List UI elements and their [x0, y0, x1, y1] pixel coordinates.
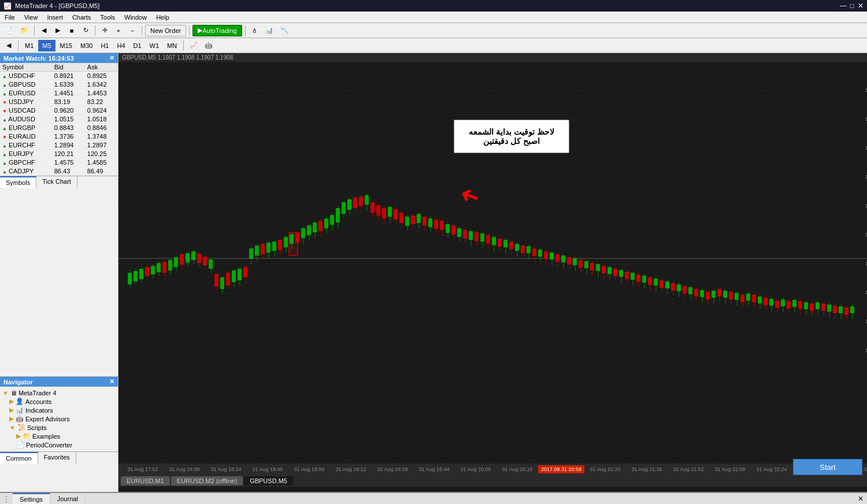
svg-rect-189 [596, 264, 600, 271]
bar-btn[interactable]: 📉 [277, 25, 291, 36]
minimize-btn[interactable]: — [840, 2, 847, 10]
chart-title: GBPUSD,M5 1.1907 1.1908 1.1907 1.1908 [122, 54, 233, 61]
chart-tab-eurusd-m1[interactable]: EURUSD,M1 [121, 476, 170, 486]
chart-tab-eurusd-m2[interactable]: EURUSD,M2 (offline) [171, 476, 243, 486]
auto-trading-btn[interactable]: ▶ AutoTrading [192, 25, 242, 36]
tree-metatrader4[interactable]: ▼ 🖥 MetaTrader 4 [0, 389, 118, 397]
zoom-in-btn[interactable]: + [112, 25, 125, 36]
tab-symbols[interactable]: Symbols [0, 176, 36, 188]
toolbar-main: 📄 📁 ◀ ▶ ■ ↻ ✛ + − New Order ▶ AutoTradin… [0, 23, 867, 38]
tester-close-btn[interactable]: ✕ [854, 494, 867, 504]
svg-rect-247 [764, 298, 768, 305]
svg-rect-253 [781, 299, 785, 306]
menu-help[interactable]: Help [151, 13, 174, 22]
close-btn[interactable]: ✕ [858, 2, 864, 10]
svg-rect-74 [266, 243, 271, 253]
menu-insert[interactable]: Insert [42, 13, 68, 22]
market-watch-row[interactable]: ▲ CADJPY 86.43 86.49 [0, 167, 118, 176]
forward-btn[interactable]: ▶ [51, 25, 64, 36]
open-btn[interactable]: 📁 [17, 25, 31, 36]
chart-type-btn[interactable]: 🕯 [249, 25, 261, 36]
annotation-box: لاحظ توقيت بداية الشمعه اصبح كل دقيقتين [454, 120, 569, 153]
symbol-cell: ▲ EURGBP [0, 124, 52, 132]
market-watch-row[interactable]: ▲ EURJPY 120.21 120.25 [0, 150, 118, 158]
crosshair-btn[interactable]: ✛ [98, 25, 111, 36]
line-btn[interactable]: 📊 [262, 25, 276, 36]
svg-rect-127 [417, 214, 421, 223]
svg-rect-245 [758, 297, 762, 303]
svg-rect-123 [405, 217, 409, 226]
stop-btn[interactable]: ■ [65, 25, 78, 36]
tree-indicators[interactable]: ▶ 📊 Indicators [0, 406, 118, 414]
tree-examples[interactable]: ▶ 📁 Examples [0, 432, 118, 440]
folder-icon-acc: 👤 [16, 398, 24, 405]
tree-label-examples: Examples [32, 433, 60, 440]
menu-file[interactable]: File [0, 13, 20, 22]
period-MN[interactable]: MN [164, 40, 180, 51]
new-order-btn[interactable]: New Order [145, 25, 186, 36]
menu-bar: File View Insert Charts Tools Window Hel… [0, 12, 867, 23]
menu-window[interactable]: Window [120, 13, 151, 22]
market-watch-row[interactable]: ▲ GBPUSD 1.6339 1.6342 [0, 80, 118, 89]
arrow-left-btn[interactable]: ◀ [2, 40, 15, 51]
svg-rect-199 [625, 272, 629, 279]
ask-cell: 0.8925 [85, 72, 118, 80]
svg-rect-60 [226, 273, 230, 286]
menu-view[interactable]: View [20, 13, 43, 22]
back-btn[interactable]: ◀ [38, 25, 50, 36]
menu-tools[interactable]: Tools [95, 13, 120, 22]
bid-cell: 1.4451 [52, 89, 85, 98]
tree-scripts[interactable]: ▼ 📜 Scripts [0, 423, 118, 432]
nav-tab-favorites[interactable]: Favorites [38, 452, 76, 464]
svg-rect-141 [457, 228, 461, 237]
market-watch-row[interactable]: ▼ USDJPY 83.19 83.22 [0, 98, 118, 106]
svg-rect-95 [324, 218, 328, 228]
symbol-cell: ▼ EURAUD [0, 132, 52, 141]
indicators-btn[interactable]: 📈 [187, 40, 201, 51]
period-M5[interactable]: M5 [38, 40, 55, 51]
nav-tab-common[interactable]: Common [0, 452, 38, 464]
symbol-cell: ▲ EURCHF [0, 141, 52, 150]
period-M30[interactable]: M30 [77, 40, 96, 51]
navigator-tree: ▼ 🖥 MetaTrader 4 ▶ 👤 Accounts ▶ 📊 Indica… [0, 387, 118, 451]
refresh-btn[interactable]: ↻ [79, 25, 92, 36]
period-M15[interactable]: M15 [57, 40, 76, 51]
market-watch-close[interactable]: ✕ [109, 54, 114, 62]
market-watch-row[interactable]: ▼ USDCAD 0.9620 0.9624 [0, 106, 118, 115]
tree-accounts[interactable]: ▶ 👤 Accounts [0, 397, 118, 406]
separator4 [189, 25, 190, 36]
svg-rect-85 [295, 232, 299, 243]
market-watch-row[interactable]: ▲ GBPCHF 1.4575 1.4585 [0, 158, 118, 167]
period-M1[interactable]: M1 [21, 40, 37, 51]
new-btn[interactable]: 📄 [2, 25, 16, 36]
experts-btn[interactable]: 🤖 [202, 40, 216, 51]
navigator-close[interactable]: ✕ [109, 378, 114, 386]
svg-rect-241 [746, 294, 750, 301]
menu-charts[interactable]: Charts [68, 13, 95, 22]
chart-tab-gbpusd-m5[interactable]: GBPUSD,M5 [244, 476, 293, 486]
market-watch-row[interactable]: ▲ EURCHF 1.2894 1.2897 [0, 141, 118, 150]
tree-experts[interactable]: ▶ 🤖 Expert Advisors [0, 414, 118, 423]
title-icon: 📈 [3, 2, 12, 10]
market-watch-row[interactable]: ▲ EURGBP 0.8843 0.8846 [0, 124, 118, 132]
period-H1[interactable]: H1 [97, 40, 112, 51]
market-watch-row[interactable]: ▲ USDCHF 0.8921 0.8925 [0, 72, 118, 80]
svg-rect-203 [636, 275, 640, 282]
zoom-out-btn[interactable]: − [126, 25, 139, 36]
maximize-btn[interactable]: □ [850, 2, 854, 10]
period-H4[interactable]: H4 [113, 40, 128, 51]
market-watch-row[interactable]: ▲ AUDUSD 1.0515 1.0518 [0, 115, 118, 124]
tab-tick-chart[interactable]: Tick Chart [36, 176, 77, 188]
tree-period-converter[interactable]: 📄 PeriodConverter [0, 440, 118, 449]
period-W1[interactable]: W1 [146, 40, 163, 51]
journal-tab[interactable]: Journal [50, 494, 86, 504]
market-watch-tabs: Symbols Tick Chart [0, 176, 118, 188]
market-watch-row[interactable]: ▲ EURUSD 1.4451 1.4453 [0, 89, 118, 98]
window-controls[interactable]: — □ ✕ [840, 2, 864, 10]
chart-canvas[interactable]: 1.1930 1.1925 1.1920 1.1915 1.1910 1.190… [118, 62, 867, 475]
folder-icon-scr: 📜 [17, 424, 25, 431]
svg-rect-66 [243, 267, 247, 277]
market-watch-row[interactable]: ▼ EURAUD 1.3736 1.3748 [0, 132, 118, 141]
settings-tab[interactable]: Settings [13, 493, 50, 504]
period-D1[interactable]: D1 [130, 40, 145, 51]
